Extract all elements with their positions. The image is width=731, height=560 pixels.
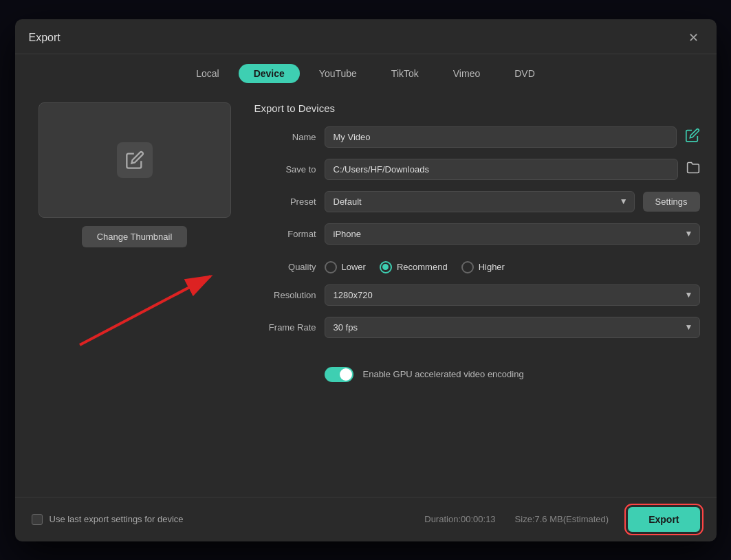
save-to-row: Save to: [254, 159, 700, 180]
tab-device[interactable]: Device: [239, 64, 300, 83]
tabs-bar: Local Device YouTube TikTok Vimeo DVD: [15, 54, 717, 91]
quality-lower-option[interactable]: Lower: [325, 261, 366, 273]
format-label: Format: [254, 229, 316, 239]
frame-rate-row: Frame Rate 30 fps ▼: [254, 317, 700, 338]
preset-select-wrapper: Default ▼: [325, 191, 635, 212]
frame-rate-label: Frame Rate: [254, 322, 316, 333]
dialog-title: Export: [29, 32, 61, 44]
quality-row: Quality Lower Recommend Higher: [254, 261, 700, 273]
resolution-select[interactable]: 1280x720: [325, 284, 700, 306]
tab-vimeo[interactable]: Vimeo: [438, 64, 495, 83]
gpu-label: Enable GPU accelerated video encoding: [363, 369, 524, 379]
frame-rate-select[interactable]: 30 fps: [325, 317, 700, 338]
gpu-row: Enable GPU accelerated video encoding: [254, 367, 700, 382]
export-button[interactable]: Export: [628, 507, 699, 532]
tab-dvd[interactable]: DVD: [499, 64, 550, 83]
name-label: Name: [254, 132, 316, 142]
quality-higher-label: Higher: [479, 262, 505, 272]
left-panel: Change Thumbnail: [32, 102, 238, 486]
quality-label: Quality: [254, 262, 316, 272]
folder-button[interactable]: [686, 161, 700, 178]
title-bar: Export ✕: [15, 19, 717, 54]
quality-lower-radio[interactable]: [325, 261, 337, 273]
section-title: Export to Devices: [254, 102, 700, 114]
preset-label: Preset: [254, 197, 316, 207]
save-to-input[interactable]: [325, 159, 678, 180]
size-label: Size:7.6 MB(Estimated): [515, 514, 609, 524]
tab-youtube[interactable]: YouTube: [304, 64, 372, 83]
resolution-row: Resolution 1280x720 ▼: [254, 284, 700, 306]
ai-button[interactable]: [685, 128, 700, 146]
arrow-annotation: [39, 262, 231, 359]
quality-higher-radio[interactable]: [461, 261, 474, 273]
use-last-checkbox[interactable]: [32, 514, 43, 525]
right-panel: Export to Devices Name Save to: [254, 102, 700, 486]
quality-higher-option[interactable]: Higher: [461, 261, 505, 273]
tab-tiktok[interactable]: TikTok: [376, 64, 434, 83]
quality-options: Lower Recommend Higher: [325, 261, 700, 273]
footer-right: Duration:00:00:13 Size:7.6 MB(Estimated)…: [424, 507, 699, 532]
name-row: Name: [254, 126, 700, 148]
close-button[interactable]: ✕: [684, 29, 703, 47]
format-row: Format iPhone ▼: [254, 223, 700, 245]
duration-label: Duration:00:00:13: [424, 514, 495, 524]
svg-line-1: [80, 276, 210, 345]
dialog-body: Change Thumbnail Export to Devices: [15, 91, 717, 497]
dialog-footer: Use last export settings for device Dura…: [15, 497, 717, 541]
quality-recommend-option[interactable]: Recommend: [380, 261, 448, 273]
thumbnail-icon: [117, 142, 153, 178]
preset-row: Preset Default ▼ Settings: [254, 191, 700, 212]
format-select[interactable]: iPhone: [325, 223, 700, 245]
format-select-wrapper: iPhone ▼: [325, 223, 700, 245]
save-to-label: Save to: [254, 164, 316, 175]
frame-rate-select-wrapper: 30 fps ▼: [325, 317, 700, 338]
gpu-toggle[interactable]: [325, 367, 353, 382]
thumbnail-preview: [39, 102, 231, 218]
resolution-label: Resolution: [254, 290, 316, 300]
settings-button[interactable]: Settings: [643, 192, 700, 212]
export-dialog: Export ✕ Local Device YouTube TikTok Vim…: [15, 19, 717, 541]
use-last-settings: Use last export settings for device: [32, 514, 184, 525]
change-thumbnail-button[interactable]: Change Thumbnail: [82, 226, 188, 247]
preset-select[interactable]: Default: [325, 191, 635, 212]
quality-recommend-radio[interactable]: [380, 261, 392, 273]
resolution-select-wrapper: 1280x720 ▼: [325, 284, 700, 306]
quality-recommend-label: Recommend: [397, 262, 448, 272]
name-input[interactable]: [325, 126, 677, 148]
tab-local[interactable]: Local: [181, 64, 234, 83]
use-last-label: Use last export settings for device: [50, 514, 184, 524]
quality-lower-label: Lower: [342, 262, 366, 272]
